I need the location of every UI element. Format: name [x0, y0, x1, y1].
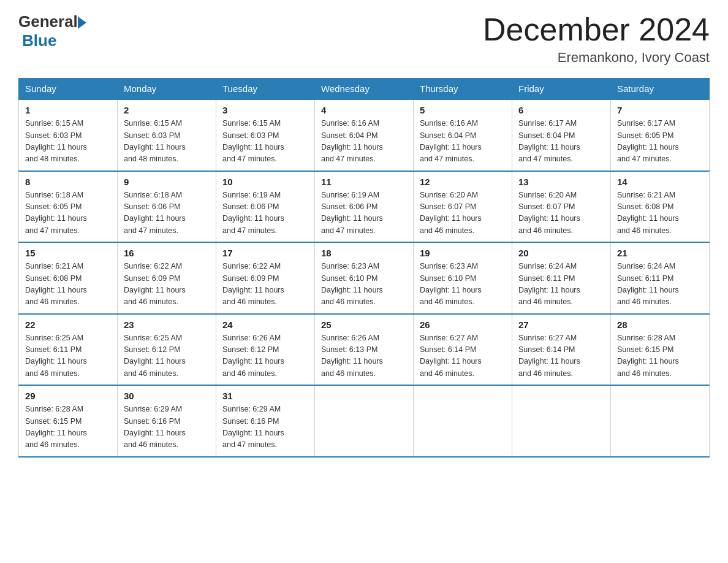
column-header-friday: Friday: [512, 79, 611, 100]
day-info: Sunrise: 6:27 AMSunset: 6:14 PMDaylight:…: [420, 332, 506, 380]
day-info: Sunrise: 6:28 AMSunset: 6:15 PMDaylight:…: [25, 404, 111, 451]
column-header-monday: Monday: [118, 79, 216, 100]
calendar-cell: 16Sunrise: 6:22 AMSunset: 6:09 PMDayligh…: [118, 242, 216, 314]
column-header-sunday: Sunday: [19, 79, 118, 100]
month-title: December 2024: [483, 12, 710, 47]
calendar-cell: 9Sunrise: 6:18 AMSunset: 6:06 PMDaylight…: [118, 171, 216, 243]
calendar-cell: 27Sunrise: 6:27 AMSunset: 6:14 PMDayligh…: [512, 314, 611, 386]
day-number: 19: [420, 248, 506, 258]
day-info: Sunrise: 6:23 AMSunset: 6:10 PMDaylight:…: [420, 261, 506, 308]
day-number: 17: [222, 248, 308, 258]
day-info: Sunrise: 6:27 AMSunset: 6:14 PMDaylight:…: [518, 332, 604, 380]
calendar-cell: 14Sunrise: 6:21 AMSunset: 6:08 PMDayligh…: [611, 171, 710, 243]
day-info: Sunrise: 6:15 AMSunset: 6:03 PMDaylight:…: [25, 118, 111, 166]
logo-arrow-icon: [78, 17, 86, 29]
calendar-cell: 20Sunrise: 6:24 AMSunset: 6:11 PMDayligh…: [512, 242, 611, 314]
page-header: General Blue December 2024 Eremankono, I…: [18, 12, 710, 66]
calendar-cell: 3Sunrise: 6:15 AMSunset: 6:03 PMDaylight…: [216, 99, 315, 171]
day-info: Sunrise: 6:25 AMSunset: 6:12 PMDaylight:…: [124, 332, 210, 380]
calendar-cell: 21Sunrise: 6:24 AMSunset: 6:11 PMDayligh…: [611, 242, 710, 314]
day-info: Sunrise: 6:16 AMSunset: 6:04 PMDaylight:…: [420, 118, 506, 166]
day-number: 24: [222, 320, 308, 330]
day-number: 5: [420, 105, 506, 115]
day-number: 13: [518, 177, 604, 187]
day-info: Sunrise: 6:23 AMSunset: 6:10 PMDaylight:…: [321, 261, 407, 308]
day-info: Sunrise: 6:15 AMSunset: 6:03 PMDaylight:…: [124, 118, 210, 166]
day-info: Sunrise: 6:29 AMSunset: 6:16 PMDaylight:…: [124, 404, 210, 451]
calendar-cell: 13Sunrise: 6:20 AMSunset: 6:07 PMDayligh…: [512, 171, 611, 243]
day-info: Sunrise: 6:19 AMSunset: 6:06 PMDaylight:…: [321, 190, 407, 237]
calendar-cell: 23Sunrise: 6:25 AMSunset: 6:12 PMDayligh…: [118, 314, 216, 386]
day-info: Sunrise: 6:21 AMSunset: 6:08 PMDaylight:…: [25, 261, 111, 308]
calendar-header-row: SundayMondayTuesdayWednesdayThursdayFrid…: [19, 79, 710, 100]
calendar-table: SundayMondayTuesdayWednesdayThursdayFrid…: [18, 78, 710, 458]
day-number: 2: [124, 105, 210, 115]
logo-blue-text: Blue: [22, 31, 56, 50]
calendar-cell: 2Sunrise: 6:15 AMSunset: 6:03 PMDaylight…: [118, 99, 216, 171]
day-number: 22: [25, 320, 111, 330]
calendar-cell: 19Sunrise: 6:23 AMSunset: 6:10 PMDayligh…: [414, 242, 512, 314]
day-number: 21: [617, 248, 703, 258]
day-number: 11: [321, 177, 407, 187]
day-number: 25: [321, 320, 407, 330]
calendar-cell: 17Sunrise: 6:22 AMSunset: 6:09 PMDayligh…: [216, 242, 315, 314]
calendar-cell: 30Sunrise: 6:29 AMSunset: 6:16 PMDayligh…: [118, 385, 216, 457]
calendar-cell: 18Sunrise: 6:23 AMSunset: 6:10 PMDayligh…: [315, 242, 414, 314]
day-number: 12: [420, 177, 506, 187]
day-number: 14: [617, 177, 703, 187]
day-info: Sunrise: 6:24 AMSunset: 6:11 PMDaylight:…: [518, 261, 604, 308]
calendar-cell: 7Sunrise: 6:17 AMSunset: 6:05 PMDaylight…: [611, 99, 710, 171]
calendar-cell: 5Sunrise: 6:16 AMSunset: 6:04 PMDaylight…: [414, 99, 512, 171]
calendar-cell: 15Sunrise: 6:21 AMSunset: 6:08 PMDayligh…: [19, 242, 118, 314]
day-info: Sunrise: 6:24 AMSunset: 6:11 PMDaylight:…: [617, 261, 703, 308]
day-number: 23: [124, 320, 210, 330]
day-info: Sunrise: 6:18 AMSunset: 6:06 PMDaylight:…: [124, 190, 210, 237]
day-info: Sunrise: 6:20 AMSunset: 6:07 PMDaylight:…: [420, 190, 506, 237]
day-info: Sunrise: 6:17 AMSunset: 6:05 PMDaylight:…: [617, 118, 703, 166]
logo: General Blue: [18, 12, 86, 50]
calendar-week-row: 15Sunrise: 6:21 AMSunset: 6:08 PMDayligh…: [19, 242, 710, 314]
day-number: 3: [222, 105, 308, 115]
column-header-thursday: Thursday: [414, 79, 512, 100]
day-number: 4: [321, 105, 407, 115]
day-info: Sunrise: 6:26 AMSunset: 6:12 PMDaylight:…: [222, 332, 308, 380]
day-number: 29: [25, 391, 111, 401]
calendar-cell: [414, 385, 512, 457]
day-info: Sunrise: 6:16 AMSunset: 6:04 PMDaylight:…: [321, 118, 407, 166]
day-info: Sunrise: 6:17 AMSunset: 6:04 PMDaylight:…: [518, 118, 604, 166]
calendar-week-row: 8Sunrise: 6:18 AMSunset: 6:05 PMDaylight…: [19, 171, 710, 243]
calendar-cell: 28Sunrise: 6:28 AMSunset: 6:15 PMDayligh…: [611, 314, 710, 386]
logo-general-text: General: [18, 12, 78, 31]
column-header-tuesday: Tuesday: [216, 79, 315, 100]
column-header-wednesday: Wednesday: [315, 79, 414, 100]
calendar-week-row: 22Sunrise: 6:25 AMSunset: 6:11 PMDayligh…: [19, 314, 710, 386]
day-info: Sunrise: 6:25 AMSunset: 6:11 PMDaylight:…: [25, 332, 111, 380]
day-info: Sunrise: 6:20 AMSunset: 6:07 PMDaylight:…: [518, 190, 604, 237]
day-number: 16: [124, 248, 210, 258]
day-info: Sunrise: 6:29 AMSunset: 6:16 PMDaylight:…: [222, 404, 308, 451]
calendar-cell: 6Sunrise: 6:17 AMSunset: 6:04 PMDaylight…: [512, 99, 611, 171]
day-info: Sunrise: 6:26 AMSunset: 6:13 PMDaylight:…: [321, 332, 407, 380]
day-info: Sunrise: 6:22 AMSunset: 6:09 PMDaylight:…: [124, 261, 210, 308]
day-info: Sunrise: 6:18 AMSunset: 6:05 PMDaylight:…: [25, 190, 111, 237]
calendar-cell: 10Sunrise: 6:19 AMSunset: 6:06 PMDayligh…: [216, 171, 315, 243]
title-area: December 2024 Eremankono, Ivory Coast: [483, 12, 710, 66]
calendar-cell: 26Sunrise: 6:27 AMSunset: 6:14 PMDayligh…: [414, 314, 512, 386]
day-number: 10: [222, 177, 308, 187]
day-info: Sunrise: 6:28 AMSunset: 6:15 PMDaylight:…: [617, 332, 703, 380]
day-number: 1: [25, 105, 111, 115]
calendar-cell: [512, 385, 611, 457]
calendar-cell: 4Sunrise: 6:16 AMSunset: 6:04 PMDaylight…: [315, 99, 414, 171]
location-title: Eremankono, Ivory Coast: [483, 50, 710, 66]
day-number: 6: [518, 105, 604, 115]
calendar-cell: 31Sunrise: 6:29 AMSunset: 6:16 PMDayligh…: [216, 385, 315, 457]
day-info: Sunrise: 6:21 AMSunset: 6:08 PMDaylight:…: [617, 190, 703, 237]
calendar-cell: 1Sunrise: 6:15 AMSunset: 6:03 PMDaylight…: [19, 99, 118, 171]
day-number: 8: [25, 177, 111, 187]
calendar-cell: 11Sunrise: 6:19 AMSunset: 6:06 PMDayligh…: [315, 171, 414, 243]
day-number: 18: [321, 248, 407, 258]
day-number: 26: [420, 320, 506, 330]
day-number: 9: [124, 177, 210, 187]
calendar-cell: [611, 385, 710, 457]
calendar-cell: 8Sunrise: 6:18 AMSunset: 6:05 PMDaylight…: [19, 171, 118, 243]
